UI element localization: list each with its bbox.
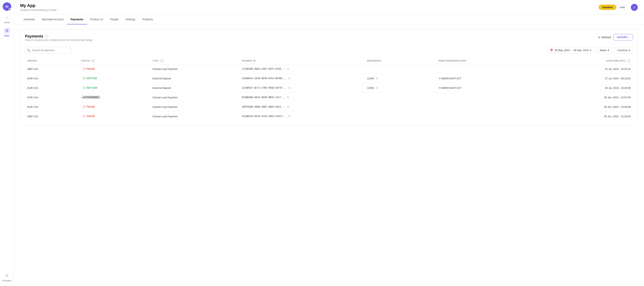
cell-datetime: 31 Jul, 2023 - 10:03:14 (534, 64, 633, 74)
cell-amount: EUR 0.01 (25, 93, 78, 102)
copy-payment-id-icon[interactable]: ⧉ (288, 115, 290, 118)
main-content: My App sandbox-helloiamtesting-743e0b Sa… (14, 0, 644, 286)
topbar-left: My App sandbox-helloiamtesting-743e0b (20, 3, 56, 11)
cell-reference (365, 112, 436, 121)
status-filter[interactable]: Status ▾ (596, 47, 612, 53)
cell-type: External Deposit (150, 74, 240, 83)
currency-filter[interactable]: Currency ▾ (614, 47, 633, 53)
user-avatar[interactable]: I (631, 4, 638, 11)
payments-panel: Payments ? View of all payments created … (20, 29, 638, 126)
search-input[interactable] (25, 47, 72, 54)
home-icon: ⌂ (6, 15, 8, 19)
status-label: SETTLED (86, 86, 97, 89)
calendar-icon: 📅 (550, 49, 553, 52)
table-row[interactable]: GBP 0.01 ! FAILED Closed-Loop Payment C1… (25, 64, 633, 74)
copy-payment-id-icon[interactable]: ⧉ (287, 96, 289, 99)
cell-type: Closed-Loop Payment (150, 102, 240, 112)
apps-icon: ⊞ (6, 28, 8, 33)
status-dot-icon: ! (83, 105, 86, 108)
panel-subtitle: View of all payments created across the … (25, 38, 93, 41)
cell-reference (365, 93, 436, 102)
status-label: FAILED (86, 115, 95, 118)
table-row[interactable]: EUR 0.01 ✓ SETTLED External Deposit CA1B… (25, 74, 633, 83)
tab-merchant-account[interactable]: Merchant Account (38, 15, 67, 24)
copy-reference-icon[interactable]: ⧉ (376, 86, 378, 89)
cell-type: Closed-Loop Payment (150, 112, 240, 121)
type-info-icon[interactable]: ℹ (160, 59, 164, 62)
cell-status: ! FAILED (78, 102, 150, 112)
chevron-down-icon: ▾ (590, 49, 591, 52)
status-dot-icon: ✓ (83, 86, 86, 89)
cell-status: ! FAILED (78, 64, 150, 74)
status-label: FAILED (86, 67, 95, 70)
payment-id-text: 2239D927-BC71-47B3-995B-65F3F... (242, 86, 286, 89)
cell-remitter: YI MERCHANT ACT (436, 83, 534, 93)
copy-payment-id-icon[interactable]: ⧉ (287, 67, 289, 70)
col-header-amount: AMOUNT (25, 57, 78, 64)
cell-amount: EUR 0.01 (25, 102, 78, 112)
cell-datetime: 05 Jun, 2023 - 13:07:55 (534, 93, 633, 102)
col-header-type: TYPE ℹ (150, 57, 240, 64)
sandbox-button[interactable]: Sandbox (599, 5, 616, 10)
copy-reference-icon[interactable]: ⧉ (376, 77, 378, 80)
status-info-icon[interactable]: ℹ (92, 59, 95, 62)
copy-payment-id-icon[interactable]: ⧉ (288, 77, 290, 80)
cell-reference (365, 64, 436, 74)
sidebar-item-providers[interactable]: ⊡ Providers (2, 271, 11, 284)
reference-text: 12345 (367, 86, 374, 89)
tab-people[interactable]: People (107, 15, 122, 24)
cell-reference: 12345 ⧉ (365, 83, 436, 93)
cell-remitter (436, 112, 534, 121)
table-row[interactable]: EUR 0.01 AUTHORIZING Closed-Loop Payment… (25, 93, 633, 102)
cell-type: External Deposit (150, 83, 240, 93)
chevron-down-icon: ▾ (608, 49, 609, 52)
content-area: Payments ? View of all payments created … (14, 24, 644, 286)
notification-badge (8, 8, 11, 10)
cell-status: ✓ SETTLED (78, 83, 150, 93)
table-row[interactable]: EUR 0.01 ✓ SETTLED External Deposit 2239… (25, 83, 633, 93)
topbar: My App sandbox-helloiamtesting-743e0b Sa… (14, 0, 644, 15)
topbar-right: Sandbox Live I (598, 4, 638, 11)
datetime-info-icon[interactable]: ? (627, 59, 631, 62)
table-row[interactable]: EUR 0.01 ! FAILED Closed-Loop Payment 2B… (25, 102, 633, 112)
copy-payment-id-icon[interactable]: ⧉ (288, 86, 290, 89)
cell-type: Closed-Loop Payment (150, 64, 240, 74)
sidebar-item-home[interactable]: ⌂ Home (0, 12, 14, 25)
table-row[interactable]: GBP 0.01 ! FAILED Closed-Loop Payment 4C… (25, 112, 633, 121)
payment-id-text: 2BF55DA9-40A0-48DC-A0AF-EA53... (242, 105, 285, 108)
chevron-down-icon: ▾ (629, 49, 630, 52)
status-label: FAILED (86, 105, 95, 108)
avatar[interactable]: IM (3, 2, 11, 11)
table-body: GBP 0.01 ! FAILED Closed-Loop Payment C1… (25, 64, 633, 121)
info-icon[interactable]: ? (45, 35, 48, 38)
refresh-icon: ↻ (598, 36, 600, 39)
col-header-reference: REFERENCE (365, 57, 436, 64)
cell-reference (365, 102, 436, 112)
tab-payments[interactable]: Payments (67, 15, 87, 24)
cell-remitter (436, 93, 534, 102)
tab-products[interactable]: Products (139, 15, 156, 24)
cell-remitter (436, 64, 534, 74)
tab-overview[interactable]: Overview (20, 15, 38, 24)
col-header-payment-id: PAYMENT ID (240, 57, 364, 64)
reference-text: 12345 (367, 77, 374, 80)
sidebar-item-apps[interactable]: ⊞ Apps (0, 25, 14, 39)
panel-title: Payments (25, 34, 43, 38)
status-label: SETTLED (86, 77, 97, 80)
export-button[interactable]: EXPORT... (614, 34, 633, 40)
cell-payment-id: 4CE0B72A-6678-4C5E-AFD3-FF877... ⧉ (240, 112, 364, 121)
app-subtitle: sandbox-helloiamtesting-743e0b (20, 8, 56, 11)
panel-header: Payments ? View of all payments created … (25, 34, 633, 45)
payment-id-text: C153E49E-8662-41D7-8CD7-EC5D... (242, 67, 285, 70)
table-header: AMOUNT STATUS ℹ TYPE ℹ PAYMENT ID (25, 57, 633, 64)
payment-id-text: CA1B4631-2630-4E5D-B763-BF90E... (242, 77, 286, 80)
refresh-button[interactable]: ↻ Refresh (598, 36, 611, 39)
cell-status: AUTHORIZING (78, 93, 150, 102)
cell-payment-id: C153E49E-8662-41D7-8CD7-EC5D... ⧉ (240, 64, 364, 74)
payment-id-text: 6C98D408-8AC9-4E98-BB5A-2217... (242, 96, 285, 99)
date-filter[interactable]: 📅 28 May, 2023 → 30 Sep, 2023 ▾ (547, 47, 594, 53)
tab-product-ui[interactable]: Product UI (87, 15, 107, 24)
tab-settings[interactable]: Settings (122, 15, 139, 24)
copy-payment-id-icon[interactable]: ⧉ (287, 105, 289, 108)
live-button[interactable]: Live (616, 5, 628, 10)
